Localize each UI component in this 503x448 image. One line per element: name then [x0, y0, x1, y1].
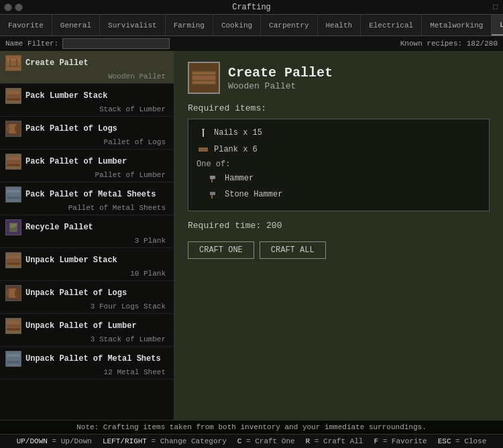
one-of-stone-hammer-text: Stone Hammer	[225, 190, 282, 199]
one-of-label: One of:	[197, 160, 481, 169]
detail-header: Create Pallet Wooden Pallet	[188, 62, 490, 94]
svg-rect-18	[10, 224, 17, 225]
name-filter-input[interactable]	[62, 38, 170, 49]
recipe-subtitle-4: Pallet of Metal Sheets	[5, 204, 168, 212]
plank-icon	[197, 143, 210, 156]
svg-rect-6	[7, 95, 20, 97]
recipe-name-3: Pack Pallet of Lumber	[25, 157, 127, 166]
tab-cooking[interactable]: Cooking	[213, 15, 261, 36]
tab-survivalist[interactable]: Survivalist	[100, 15, 166, 36]
svg-rect-13	[7, 164, 20, 166]
svg-rect-30	[7, 354, 20, 357]
svg-rect-4	[16, 59, 17, 67]
recipe-subtitle-8: 3 Stack of Lumber	[5, 335, 168, 343]
crafting-window: Crafting □ Favorite General Survivalist …	[0, 0, 503, 448]
window-controls	[4, 3, 23, 11]
recipe-list: Create Pallet Wooden Pallet Pack Lumber …	[0, 51, 174, 420]
tab-favorite[interactable]: Favorite	[0, 15, 52, 36]
svg-point-26	[15, 288, 20, 298]
ingredients-box: Nails x 15 Plank x 6 One of:	[188, 119, 490, 211]
svg-rect-27	[7, 321, 20, 324]
recipe-subtitle-2: Pallet of Logs	[5, 138, 168, 146]
recipe-name-1: Pack Lumber Stack	[25, 91, 107, 101]
one-of-item-hammer: Hammer	[207, 172, 481, 185]
recipe-icon-3	[5, 154, 21, 170]
svg-rect-0	[7, 60, 20, 66]
svg-rect-12	[7, 160, 20, 163]
svg-rect-28	[7, 325, 20, 327]
recipe-name-9: Unpack Pallet of Metal Shets	[25, 354, 161, 363]
recipe-item-6[interactable]: Unpack Lumber Stack 10 Plank	[0, 248, 174, 281]
recipe-icon-5	[5, 219, 21, 235]
ingredient-row-nails: Nails x 15	[197, 126, 481, 139]
detail-icon	[188, 62, 220, 94]
one-of-hammer-text: Hammer	[225, 174, 254, 183]
tab-electrical[interactable]: Electrical	[361, 15, 422, 36]
svg-marker-34	[202, 129, 205, 131]
filter-bar: Name Filter: Known recipes: 182/280	[0, 36, 503, 51]
ingredient-plank-text: Plank x 6	[214, 145, 258, 154]
tab-health[interactable]: Health	[318, 15, 361, 36]
recipe-subtitle-5: 3 Plank	[5, 237, 168, 245]
recipe-icon-1	[5, 88, 21, 104]
svg-rect-23	[7, 262, 20, 265]
title-bar: Crafting □	[0, 0, 503, 15]
known-recipes-label: Known recipes:	[400, 40, 462, 48]
recipe-name-5: Recycle Pallet	[25, 223, 93, 232]
svg-rect-11	[7, 157, 20, 160]
recipe-icon-6	[5, 252, 21, 268]
recipe-item-8[interactable]: Unpack Pallet of Lumber 3 Stack of Lumbe…	[0, 314, 174, 347]
recipe-item-2[interactable]: Pack Pallet of Logs Pallet of Logs	[0, 117, 174, 150]
craft-one-button[interactable]: CRAFT ONE	[188, 241, 254, 259]
hotkey-updown: UP/DOWN = Up/Down	[17, 437, 92, 445]
svg-rect-22	[7, 259, 20, 262]
required-time: Required time: 200	[188, 221, 490, 231]
tab-carpentry[interactable]: Carpentry	[261, 15, 317, 36]
main-area: Create Pallet Wooden Pallet Pack Lumber …	[0, 51, 503, 420]
ingredient-row-plank: Plank x 6	[197, 143, 481, 156]
svg-point-10	[15, 124, 20, 133]
recipe-name-0: Create Pallet	[25, 58, 89, 68]
recipe-item-4[interactable]: Pack Pallet of Metal Sheets Pallet of Me…	[0, 182, 174, 215]
recipe-item-3[interactable]: Pack Pallet of Lumber Pallet of Lumber	[0, 150, 174, 182]
svg-rect-16	[7, 197, 20, 199]
recipe-name-2: Pack Pallet of Logs	[25, 124, 117, 133]
recipe-item-9[interactable]: Unpack Pallet of Metal Shets 12 Metal Sh…	[0, 347, 174, 380]
recipe-item-0[interactable]: Create Pallet Wooden Pallet	[0, 51, 174, 84]
detail-title: Create Pallet	[228, 65, 333, 81]
detail-title-block: Create Pallet Wooden Pallet	[228, 65, 333, 91]
tab-farming[interactable]: Farming	[166, 15, 213, 36]
recipe-subtitle-6: 10 Plank	[5, 270, 168, 278]
recipe-item-5[interactable]: Recycle Pallet 3 Plank	[0, 215, 174, 248]
stone-hammer-icon	[207, 188, 221, 201]
window-btn-1[interactable]	[4, 3, 12, 11]
hotkey-favorite: F = Favorite	[374, 437, 427, 445]
nail-icon	[197, 126, 210, 139]
recipe-icon-2	[5, 121, 21, 137]
recipe-name-6: Unpack Lumber Stack	[25, 256, 117, 265]
detail-icon-inner	[192, 71, 216, 85]
detail-subtitle: Wooden Pallet	[228, 81, 333, 91]
svg-rect-7	[7, 98, 20, 101]
tab-logistics[interactable]: Logistics	[492, 15, 503, 36]
svg-rect-20	[10, 227, 15, 227]
recipe-detail: Create Pallet Wooden Pallet Required ite…	[174, 51, 503, 420]
window-title: Crafting	[232, 3, 271, 12]
recipe-icon-9	[5, 351, 21, 367]
window-btn-2[interactable]	[15, 3, 23, 11]
name-filter-row: Name Filter:	[5, 38, 170, 49]
window-close-btn[interactable]: □	[493, 3, 498, 11]
svg-rect-2	[7, 66, 20, 67]
tab-metalworking[interactable]: Metalworking	[422, 15, 492, 36]
recipe-item-1[interactable]: Pack Lumber Stack Stack of Lumber	[0, 84, 174, 117]
known-recipes-display: Known recipes: 182/280	[400, 40, 498, 48]
svg-rect-14	[7, 190, 20, 192]
recipe-item-7[interactable]: Unpack Pallet of Logs 3 Four Logs Stack	[0, 281, 174, 314]
recipe-name-8: Unpack Pallet of Lumber	[25, 321, 137, 331]
craft-all-button[interactable]: CRAFT ALL	[260, 241, 326, 259]
hotkey-leftright: LEFT/RIGHT = Change Category	[103, 437, 227, 445]
tab-general[interactable]: General	[52, 15, 100, 36]
svg-rect-31	[7, 357, 20, 360]
svg-rect-3	[9, 59, 11, 67]
one-of-item-stone-hammer: Stone Hammer	[207, 188, 481, 201]
